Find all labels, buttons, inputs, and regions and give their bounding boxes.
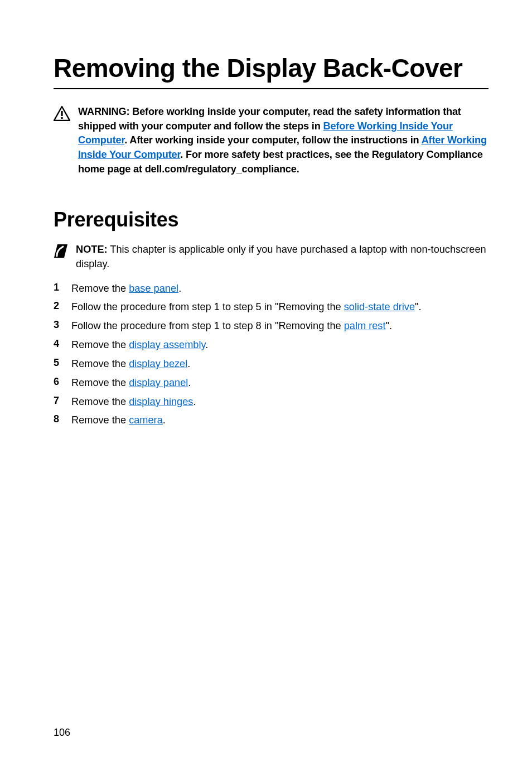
step-pre: Remove the [71,358,129,369]
list-item: 7 Remove the display hinges. [54,395,489,409]
link-palm-rest[interactable]: palm rest [344,320,386,331]
link-display-bezel[interactable]: display bezel [129,358,187,369]
step-pre: Remove the [71,396,129,407]
step-number: 4 [54,338,61,350]
step-pre: Remove the [71,377,129,388]
page-title: Removing the Display Back-Cover [54,55,489,89]
step-post: . [163,414,166,426]
step-post: ". [385,320,392,331]
step-body: Remove the base panel. [71,282,181,296]
link-display-assembly[interactable]: display assembly [129,339,205,350]
step-pre: Follow the procedure from step 1 to step… [71,320,344,331]
step-post: . [178,283,181,294]
note-body: This chapter is applicable only if you h… [76,244,486,269]
steps-list: 1 Remove the base panel. 2 Follow the pr… [54,282,489,428]
step-number: 3 [54,319,61,331]
step-post: ". [415,301,422,312]
list-item: 4 Remove the display assembly. [54,338,489,353]
link-display-panel[interactable]: display panel [129,377,188,388]
svg-rect-1 [61,117,62,119]
step-post: . [205,339,208,350]
step-body: Remove the camera. [71,413,166,428]
list-item: 1 Remove the base panel. [54,282,489,296]
note-block: NOTE: This chapter is applicable only if… [54,243,489,272]
step-body: Remove the display assembly. [71,338,208,353]
step-body: Follow the procedure from step 1 to step… [71,319,392,334]
list-item: 6 Remove the display panel. [54,376,489,390]
warning-icon [54,106,70,121]
svg-rect-0 [61,111,62,116]
step-post: . [187,358,190,369]
step-body: Follow the procedure from step 1 to step… [71,300,422,315]
step-pre: Remove the [71,414,129,426]
link-solid-state-drive[interactable]: solid-state drive [344,301,415,312]
step-post: . [193,396,196,407]
list-item: 8 Remove the camera. [54,413,489,428]
section-heading-prerequisites: Prerequisites [54,208,489,232]
link-camera[interactable]: camera [129,414,163,426]
step-pre: Follow the procedure from step 1 to step… [71,301,344,312]
step-pre: Remove the [71,283,129,294]
link-display-hinges[interactable]: display hinges [129,396,193,407]
step-number: 5 [54,357,61,369]
step-body: Remove the display hinges. [71,395,196,409]
list-item: 5 Remove the display bezel. [54,357,489,372]
step-number: 6 [54,376,61,388]
page-number: 106 [54,727,70,739]
warning-block: WARNING: Before working inside your comp… [54,105,489,177]
step-number: 7 [54,395,61,407]
warning-text: WARNING: Before working inside your comp… [78,105,489,177]
link-base-panel[interactable]: base panel [129,283,178,294]
warning-mid1: . After working inside your computer, fo… [124,134,421,146]
note-icon [54,244,68,258]
step-body: Remove the display panel. [71,376,191,390]
list-item: 2 Follow the procedure from step 1 to st… [54,300,489,315]
step-number: 8 [54,413,61,425]
list-item: 3 Follow the procedure from step 1 to st… [54,319,489,334]
step-number: 1 [54,282,61,293]
note-text: NOTE: This chapter is applicable only if… [76,243,489,272]
step-number: 2 [54,300,61,312]
step-pre: Remove the [71,339,129,350]
note-label: NOTE: [76,244,108,255]
step-body: Remove the display bezel. [71,357,190,372]
step-post: . [188,377,191,388]
